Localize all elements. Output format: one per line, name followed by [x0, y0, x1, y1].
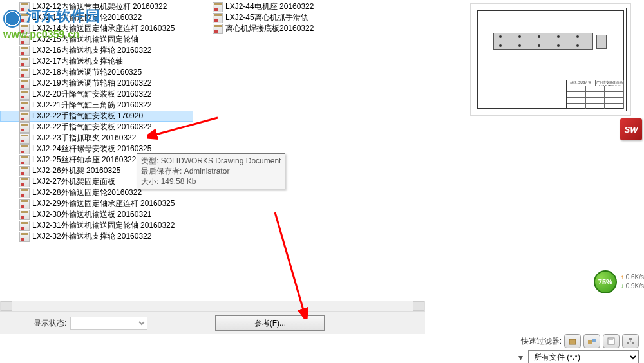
file-name: LXJ2-45离心机抓手滑轨	[225, 12, 308, 23]
svg-rect-3	[588, 340, 592, 344]
file-name: LXJ2-31外输送机输送固定轮轴 20160322	[32, 220, 175, 231]
file-item[interactable]: LXJ2-20升降气缸安装板 20160322	[0, 89, 193, 100]
drawing-file-icon	[19, 199, 30, 209]
svg-rect-5	[608, 338, 614, 344]
drawing-file-icon	[213, 13, 223, 23]
drawing-file-icon	[19, 68, 30, 78]
drawing-file-icon	[19, 89, 30, 100]
download-arrow-icon: ↓	[621, 283, 624, 290]
svg-rect-10	[632, 342, 634, 344]
svg-line-0	[153, 118, 218, 135]
svg-line-1	[275, 212, 304, 312]
upload-arrow-icon: ↑	[621, 274, 624, 281]
file-name: LXJ2-13内输送固定轮20160322	[32, 12, 142, 23]
drawing-file-icon	[19, 24, 30, 34]
filter-bar: 快速过滤器: ▾ 所有文件 (*.*)	[399, 334, 644, 363]
file-name: LXJ2-29外输送固定轴承座连杆 20160325	[32, 198, 175, 209]
quick-filter-label: 快速过滤器:	[521, 336, 562, 347]
file-item[interactable]: LXJ2-17内输送机支撑轮轴	[0, 56, 193, 67]
drawing-preview: 材料: SUS方管广州市安骑健 自动化设备有限公司 SW	[470, 3, 631, 116]
file-item[interactable]: 离心机焊接底板20160322	[193, 23, 374, 34]
file-name: 离心机焊接底板20160322	[225, 23, 314, 34]
file-item[interactable]: LXJ2-31外输送机输送固定轮轴 20160322	[0, 220, 193, 231]
title-block: 材料: SUS方管广州市安骑健 自动化设备有限公司	[566, 80, 624, 109]
drawing-file-icon	[19, 79, 30, 89]
file-item[interactable]: LXJ2-15内输送机输送固定轮轴	[0, 34, 193, 45]
part-drawing	[493, 33, 593, 50]
drawing-file-icon	[213, 2, 223, 12]
drawing-file-icon	[19, 177, 30, 187]
file-name: LXJ2-23手指抓取夹 20160322	[32, 133, 136, 144]
file-item[interactable]: LXJ2-16内输送机支撑轮 20160322	[0, 45, 193, 56]
file-item[interactable]: LXJ2-14内输送固定轴承座连杆 20160325	[0, 23, 193, 34]
drawing-file-icon	[19, 100, 30, 111]
bottom-toolbar: 显示状态: 参考(F)...	[0, 312, 425, 334]
display-state-select[interactable]	[70, 317, 147, 330]
file-item[interactable]: LXJ2-12内输送带电机架拉杆 20160322	[0, 1, 193, 12]
drawing-file-icon	[19, 155, 30, 165]
file-item[interactable]: LXJ2-18内输送调节轮20160325	[0, 67, 193, 78]
network-monitor: 75% ↑ 0.6K/s ↓ 0.9K/s	[594, 270, 644, 293]
file-item[interactable]: LXJ2-21升降气缸三角筋 20160322	[0, 100, 193, 111]
filter-part-icon[interactable]	[564, 334, 581, 348]
filter-toplevel-icon[interactable]	[622, 334, 639, 348]
file-name: LXJ2-12内输送带电机架拉杆 20160322	[32, 1, 167, 12]
svg-rect-4	[592, 339, 596, 342]
file-item[interactable]: LXJ2-44电机座 20160322	[193, 1, 374, 12]
annotation-arrow-2	[265, 209, 323, 319]
file-item[interactable]: LXJ2-30外输送机输送板 20160321	[0, 209, 193, 220]
drawing-file-icon	[19, 46, 30, 56]
file-tooltip: 类型: SOLIDWORKS Drawing Document 最后保存者: A…	[137, 153, 285, 189]
cpu-percent: 75%	[594, 270, 617, 293]
file-name: LXJ2-18内输送调节轮20160325	[32, 67, 142, 78]
drawing-file-icon	[19, 188, 30, 198]
file-name: LXJ2-21升降气缸三角筋 20160322	[32, 100, 151, 111]
filter-assembly-icon[interactable]	[583, 334, 600, 348]
drawing-file-icon	[19, 133, 30, 144]
drawing-file-icon	[19, 2, 30, 12]
file-item[interactable]: LXJ2-45离心机抓手滑轨	[193, 12, 374, 23]
file-item[interactable]: LXJ2-32外输送机支撑轮 20160322	[0, 231, 193, 242]
drawing-file-icon	[19, 166, 30, 176]
scroll-left-icon[interactable]	[1, 301, 12, 311]
file-name: LXJ2-16内输送机支撑轮 20160322	[32, 45, 151, 56]
drawing-file-icon	[19, 111, 30, 122]
file-item[interactable]: LXJ2-29外输送固定轴承座连杆 20160325	[0, 198, 193, 209]
file-item[interactable]: LXJ2-13内输送固定轮20160322	[0, 12, 193, 23]
drawing-file-icon	[19, 221, 30, 231]
file-name: LXJ2-14内输送固定轴承座连杆 20160325	[32, 23, 175, 34]
file-name: LXJ2-20升降气缸安装板 20160322	[32, 89, 151, 100]
file-name: LXJ2-32外输送机支撑轮 20160322	[32, 231, 151, 242]
horizontal-scrollbar[interactable]	[0, 301, 425, 312]
drawing-file-icon	[19, 144, 30, 154]
drawing-file-icon	[19, 57, 30, 67]
drawing-file-icon	[213, 24, 223, 34]
drawing-file-icon	[19, 210, 30, 220]
annotation-arrow-1	[147, 113, 224, 151]
scroll-right-icon[interactable]	[413, 301, 424, 311]
file-name: LXJ2-17内输送机支撑轮轴	[32, 56, 123, 67]
display-state-label: 显示状态:	[33, 318, 66, 329]
solidworks-icon: SW	[620, 118, 642, 140]
svg-rect-7	[629, 338, 632, 340]
dropdown-arrow-icon[interactable]: ▾	[518, 352, 523, 362]
file-name: LXJ2-24丝杆螺母安装板 20160325	[32, 144, 151, 154]
drawing-file-icon	[19, 232, 30, 242]
file-name: LXJ2-27外机架固定面板	[32, 176, 115, 187]
file-name: LXJ2-15内输送机输送固定轮轴	[32, 34, 138, 45]
svg-rect-9	[627, 342, 629, 344]
drawing-file-icon	[19, 122, 30, 133]
file-name: LXJ2-26外机架 20160325	[32, 165, 120, 176]
drawing-file-icon	[19, 35, 30, 45]
file-name: LXJ2-30外输送机输送板 20160321	[32, 209, 151, 220]
svg-rect-2	[569, 339, 576, 344]
file-name: LXJ2-44电机座 20160322	[225, 1, 314, 12]
file-type-filter[interactable]: 所有文件 (*.*)	[528, 350, 639, 363]
file-item[interactable]: LXJ2-19内输送调节轮轴 20160322	[0, 78, 193, 89]
filter-drawing-icon[interactable]	[603, 334, 620, 348]
file-name: LXJ2-19内输送调节轮轴 20160322	[32, 78, 151, 89]
drawing-file-icon	[19, 13, 30, 23]
file-name: LXJ2-22手指气缸安装板 170920	[32, 111, 143, 122]
file-name: LXJ2-22手指气缸安装板 20160322	[32, 122, 151, 133]
file-name: LXJ2-25丝杆轴承座 20160322	[32, 154, 136, 165]
